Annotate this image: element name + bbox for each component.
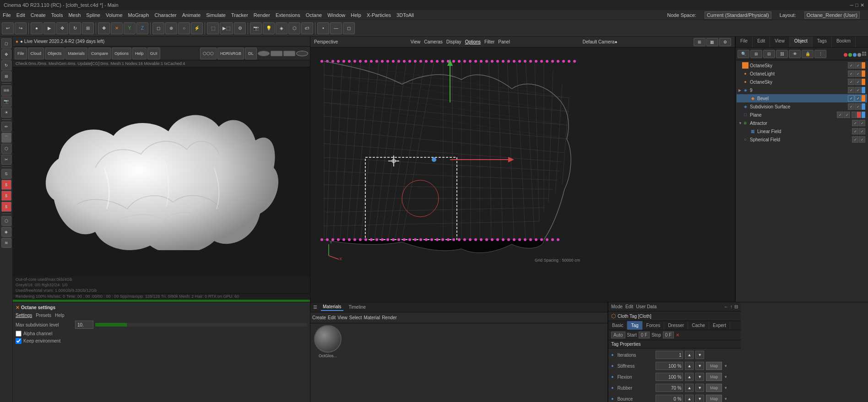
prop-stiffness-down[interactable]: ▼ — [695, 362, 704, 370]
ti-vis-2[interactable]: ✓ — [848, 70, 854, 77]
prop-flexion-down[interactable]: ▼ — [695, 373, 704, 381]
menu-3dtoall[interactable]: 3DToAll — [396, 12, 414, 18]
prop-bounce-dropdown[interactable]: ▾ — [725, 397, 727, 401]
ti-render-1[interactable]: ✓ — [855, 62, 861, 69]
vp-content[interactable]: Y X Grid Spacing : 50000 cm — [310, 48, 735, 302]
props-edit-btn[interactable]: Edit — [625, 304, 633, 309]
tree-9[interactable]: ▶ ◈ 9 ✓ ✓ — [737, 86, 867, 94]
os-subdiv-slider[interactable] — [95, 323, 307, 327]
mat-toolbar-select[interactable]: Select — [349, 315, 362, 320]
lt-scale[interactable]: ⊞ — [1, 71, 11, 81]
select-tool[interactable]: ◻ — [152, 22, 164, 34]
os-close-icon[interactable]: ✕ — [16, 305, 19, 310]
lt-bp6[interactable]: ◈ — [1, 227, 11, 237]
move-btn[interactable]: ✥ — [56, 22, 68, 34]
stop-x-btn[interactable]: ✕ — [676, 332, 679, 338]
menu-mograph[interactable]: MoGraph — [128, 12, 149, 18]
ti-expand-8[interactable]: ▼ — [738, 121, 742, 125]
props-back-btn[interactable]: ← — [724, 304, 728, 309]
props-tab-forces[interactable]: Forces — [643, 321, 665, 330]
mat-toolbar-render[interactable]: Render — [382, 315, 397, 320]
maximize-btn[interactable]: □ — [855, 2, 858, 8]
prop-stiffness-value[interactable] — [656, 362, 683, 370]
edge-btn[interactable]: — — [330, 22, 342, 34]
lt-views[interactable]: ⊞⊞ — [1, 86, 11, 96]
ti-vis-6[interactable]: ✓ — [848, 103, 854, 110]
menu-edit[interactable]: Edit — [16, 12, 25, 18]
sf-link[interactable]: ⛓ — [776, 50, 788, 58]
lt-bp5[interactable]: ⬡ — [1, 216, 11, 226]
lt-rotate[interactable]: ↻ — [1, 60, 11, 70]
render-viewport-btn[interactable]: ▶⬚ — [220, 22, 233, 34]
lt-bp2[interactable]: $ — [1, 180, 11, 190]
rotate-btn[interactable]: ↻ — [69, 22, 81, 34]
vp-menu-panel[interactable]: Panel — [498, 39, 510, 44]
sf-extra[interactable]: ⋮ — [814, 50, 826, 58]
tree-spherical-field[interactable]: ○ Spherical Field ✓ ✓ — [737, 135, 867, 144]
obj-mode-btn[interactable]: ○ — [178, 22, 190, 34]
vp-view-btn2[interactable]: ▦ — [706, 38, 718, 46]
ti-render-9[interactable]: ✓ — [859, 128, 865, 134]
lt-spline[interactable]: ⌒ — [1, 133, 11, 143]
props-filter-icons[interactable]: ⊟ — [734, 304, 738, 309]
menu-character[interactable]: Character — [154, 12, 176, 18]
ov-color-profile[interactable]: HDR/sRGB — [217, 48, 244, 59]
ti-extra2[interactable] — [857, 112, 861, 118]
scene-tab-file[interactable]: File — [736, 37, 753, 47]
scene-tab-object[interactable]: Object — [790, 37, 813, 47]
os-subdiv-input[interactable] — [75, 321, 93, 329]
prop-stiffness-up[interactable]: ▲ — [685, 362, 694, 370]
tree-bevel[interactable]: ◆ Bevel ✓ ✓ — [737, 94, 867, 102]
lt-polygon[interactable]: ⬡ — [1, 144, 11, 154]
lt-bp7[interactable]: ≋ — [1, 238, 11, 248]
tree-octanesky-2[interactable]: ● OctaneSky ✓ ✓ — [737, 78, 867, 86]
prop-iterations-down[interactable]: ▼ — [695, 351, 704, 359]
ov-compare[interactable]: Compare — [88, 48, 111, 59]
ti-render-10[interactable]: ✓ — [859, 136, 865, 143]
ti-vis-3[interactable]: ✓ — [848, 79, 854, 85]
ov-help[interactable]: Help — [132, 48, 146, 59]
redo-btn[interactable]: ↪ — [15, 22, 27, 34]
props-mode-btn[interactable]: Mode — [611, 304, 623, 309]
ov-sq2[interactable] — [283, 51, 295, 56]
mat-item-octglos[interactable]: OctGlos... — [312, 325, 343, 362]
tree-linear-field[interactable]: ▦ Linear Field ✓ ✓ — [737, 127, 867, 135]
sf-filter[interactable]: ⊟ — [763, 50, 775, 58]
ti-vis-9[interactable]: ✓ — [852, 128, 858, 134]
vp-view-btn1[interactable]: ⊞ — [694, 38, 705, 46]
lt-knife[interactable]: ✂ — [1, 155, 11, 165]
obj-z-btn[interactable]: Z — [136, 22, 148, 34]
lt-select[interactable]: ◻ — [1, 38, 11, 48]
move-tool[interactable]: ⊕ — [165, 22, 177, 34]
scale-btn[interactable]: ⊞ — [82, 22, 94, 34]
props-userdata-btn[interactable]: User Data — [636, 304, 656, 309]
tag-btn[interactable]: 🏷 — [301, 22, 313, 34]
render-btn[interactable]: ▶ — [43, 22, 55, 34]
ti-vis-4[interactable]: ✓ — [848, 87, 854, 93]
start-value[interactable]: 0 F — [639, 332, 650, 338]
minimize-btn[interactable]: ─ — [850, 2, 854, 8]
os-env-checkbox[interactable] — [16, 338, 22, 344]
prop-bounce-up[interactable]: ▲ — [685, 395, 694, 402]
prop-flexion-value[interactable] — [656, 373, 683, 381]
obj-x-btn[interactable]: ✕ — [111, 22, 123, 34]
vp-menu-display[interactable]: Display — [446, 39, 461, 44]
vp-menu-view[interactable]: View — [411, 39, 421, 44]
lt-move[interactable]: ✥ — [1, 49, 11, 59]
live-viewer-btn[interactable]: ● — [31, 22, 43, 34]
mat-tab-timeline[interactable]: Timeline — [347, 304, 368, 311]
ov-file[interactable]: File — [15, 48, 27, 59]
mat-tab-materials[interactable]: Materials — [321, 303, 343, 311]
vp-menu-filter[interactable]: Filter — [484, 39, 494, 44]
ov-objects[interactable]: Objects — [45, 48, 65, 59]
prop-rubber-dropdown[interactable]: ▾ — [725, 386, 727, 390]
ti-extra1[interactable] — [852, 112, 856, 118]
ti-render-6[interactable]: ✓ — [855, 103, 861, 110]
obj-y-btn[interactable]: Y — [124, 22, 136, 34]
menu-create[interactable]: Create — [31, 12, 46, 18]
undo-btn[interactable]: ↩ — [2, 22, 14, 34]
sf-lock[interactable]: 🔒 — [802, 50, 814, 58]
snap-btn[interactable]: ⚡ — [191, 22, 203, 34]
props-tab-expert[interactable]: Expert — [709, 321, 730, 330]
material-btn[interactable]: ◈ — [276, 22, 288, 34]
